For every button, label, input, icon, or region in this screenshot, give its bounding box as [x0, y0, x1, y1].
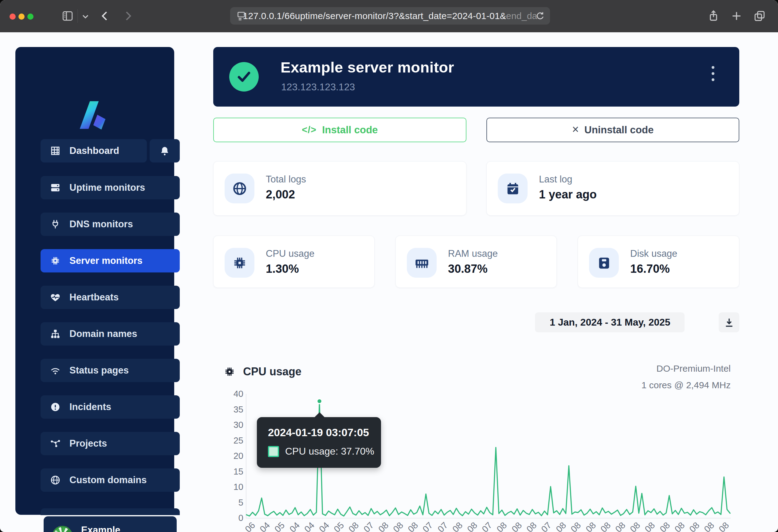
forward-icon[interactable] [121, 9, 135, 23]
bell-icon [159, 145, 170, 157]
close-window-button[interactable] [9, 13, 16, 20]
x-axis-tick: 04 [288, 520, 302, 532]
sidebar-item-uptime-monitors[interactable]: Uptime monitors [41, 176, 180, 199]
stat-label: Disk usage [630, 248, 677, 259]
x-axis-tick: 07 [362, 520, 376, 532]
date-range-picker[interactable]: 1 Jan, 2024 - 31 May, 2025 [535, 313, 685, 332]
zoom-window-button[interactable] [27, 13, 33, 20]
x-axis-tick: 07 [480, 520, 494, 532]
tooltip-datetime: 2024-01-19 03:07:05 [268, 426, 369, 439]
sidebar-item-status-pages[interactable]: Status pages [41, 359, 180, 382]
y-axis-tick: 25 [213, 436, 243, 446]
x-axis-tick: 08 [673, 520, 687, 532]
x-axis-tick: 08 [391, 520, 405, 532]
address-bar[interactable]: 127.0.0.1/66uptime/server-monitor/3?&sta… [230, 7, 550, 24]
x-axis-tick: 08 [687, 520, 701, 532]
page-icon [236, 10, 247, 21]
server-name: DO-Premium-Intel [641, 363, 731, 374]
stat-label: Total logs [266, 174, 306, 185]
sidebar-nav: Uptime monitors DNS monitors Server moni… [41, 176, 180, 492]
x-axis-tick: 08 [346, 520, 361, 532]
ram-icon [407, 248, 437, 278]
sidebar-toggle-icon[interactable] [61, 9, 74, 23]
install-code-button[interactable]: </> Install code [213, 118, 466, 142]
sidebar-item-label: Uptime monitors [69, 182, 145, 193]
x-axis-tick: 06 [243, 520, 257, 532]
stat-card-cpu: CPU usage 1.30% [213, 236, 375, 288]
main-content: Example server monitor 123.123.123.123 <… [213, 47, 739, 107]
sidebar-item-server-monitors[interactable]: Server monitors [41, 249, 180, 272]
code-icon: </> [302, 124, 316, 136]
calendar-check-icon [498, 174, 528, 203]
sidebar-item-partial[interactable] [41, 508, 180, 515]
minimize-window-button[interactable] [18, 13, 24, 20]
y-axis-tick: 0 [213, 513, 243, 523]
sidebar-item-projects[interactable]: Projects [41, 432, 180, 455]
share-nodes-icon [50, 438, 61, 449]
y-axis-tick: 40 [213, 389, 243, 399]
x-axis-tick: 08 [406, 520, 420, 532]
sidebar-item-label: Heartbeats [69, 292, 119, 303]
reload-icon[interactable] [535, 10, 546, 21]
exclamation-circle-icon [50, 402, 61, 413]
notifications-button[interactable] [150, 139, 180, 163]
stat-value: 30.87% [448, 262, 488, 275]
server-cores: 1 cores @ 2,494 MHz [641, 380, 731, 390]
grid-icon [50, 145, 61, 156]
sidebar-item-domain-names[interactable]: Domain names [41, 322, 180, 346]
chip-icon [50, 255, 61, 266]
x-axis-tick: 08 [510, 520, 524, 532]
chip-icon [223, 365, 236, 378]
wifi-icon [50, 365, 61, 376]
x-icon: × [572, 123, 579, 136]
sidebar-item-incidents[interactable]: Incidents [41, 395, 180, 419]
x-axis-tick: 07 [539, 520, 553, 532]
sidebar-item-label: Projects [69, 438, 107, 449]
stat-card-ram: RAM usage 30.87% [395, 236, 557, 288]
chevron-down-icon[interactable] [80, 12, 90, 21]
download-report-button[interactable] [719, 313, 739, 332]
tab-overview-icon[interactable] [753, 9, 766, 23]
x-axis-tick: 08 [376, 520, 391, 532]
x-axis-tick: 04 [317, 520, 331, 532]
sidebar-item-dashboard[interactable]: Dashboard [41, 139, 147, 163]
y-axis-tick: 35 [213, 405, 243, 415]
sidebar-item-label: Domain names [69, 328, 137, 339]
monitor-ip: 123.123.123.123 [281, 81, 355, 93]
globe-icon [225, 174, 254, 203]
server-stack-icon [50, 182, 61, 193]
x-axis-tick: 08 [702, 520, 716, 532]
sidebar-item-heartbeats[interactable]: Heartbeats [41, 286, 180, 309]
monitor-header-card: Example server monitor 123.123.123.123 [213, 47, 739, 107]
stat-card-disk: Disk usage 16.70% [578, 236, 739, 288]
kebab-menu-icon[interactable] [711, 66, 715, 88]
sidebar-item-label: Custom domains [69, 474, 147, 485]
disk-icon [589, 248, 619, 278]
chrome-divider [77, 9, 78, 23]
y-axis-tick: 10 [213, 482, 243, 492]
x-axis-tick: 08 [717, 520, 731, 532]
stat-value: 2,002 [266, 188, 295, 201]
stat-label: Last log [539, 174, 572, 185]
x-axis-tick: 08 [554, 520, 568, 532]
chart-title: CPU usage [243, 365, 301, 378]
uninstall-code-button[interactable]: × Uninstall code [486, 118, 739, 142]
x-axis-tick: 08 [628, 520, 642, 532]
install-code-label: Install code [322, 124, 378, 136]
browser-window: 127.0.0.1/66uptime/server-monitor/3?&sta… [0, 0, 778, 532]
new-tab-icon[interactable] [730, 9, 743, 23]
page-title: Example server monitor [281, 59, 454, 76]
date-range-value: 1 Jan, 2024 - 31 May, 2025 [550, 317, 671, 328]
sidebar-item-dns-monitors[interactable]: DNS monitors [41, 212, 180, 236]
sidebar-item-custom-domains[interactable]: Custom domains [41, 468, 180, 492]
sidebar: Dashboard Uptime monitors DNS monitors [15, 47, 174, 515]
tooltip-value: CPU usage: 37.70% [285, 446, 374, 457]
heart-pulse-icon [50, 292, 61, 303]
stat-value: 16.70% [630, 262, 670, 275]
status-up-icon [229, 62, 259, 92]
x-axis-tick: 08 [451, 520, 465, 532]
y-axis-tick: 5 [213, 498, 243, 508]
share-icon[interactable] [707, 9, 720, 23]
back-icon[interactable] [98, 9, 112, 23]
user-card[interactable]: Example sample@example.com [44, 516, 177, 532]
